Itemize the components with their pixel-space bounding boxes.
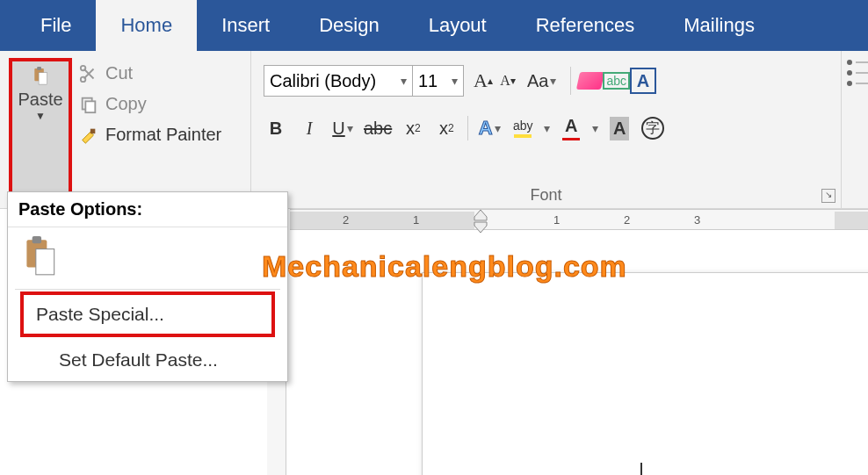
ribbon: Paste ▼ Cut Copy Format Painter Calibri … — [0, 51, 868, 209]
clipboard-small-icon — [20, 236, 59, 278]
paste-dropdown-arrow[interactable]: ▼ — [35, 110, 46, 122]
set-default-paste-item[interactable]: Set Default Paste... — [8, 339, 287, 381]
ribbon-tabbar: File Home Insert Design Layout Reference… — [0, 0, 868, 51]
copy-icon — [79, 95, 98, 114]
cut-button[interactable]: Cut — [79, 63, 221, 83]
watermark-text: Mechanicalengblog.com — [262, 249, 627, 284]
font-dialog-launcher[interactable]: ↘ — [821, 189, 835, 203]
underline-button[interactable]: U▾ — [330, 116, 355, 140]
box-a-icon: A — [630, 68, 656, 94]
change-case-button[interactable]: Aa▾ — [527, 68, 556, 93]
format-painter-label: Format Painter — [105, 125, 221, 145]
font-name-combo[interactable]: Calibri (Body)▾ — [264, 65, 413, 97]
svg-rect-1 — [37, 67, 41, 70]
svg-marker-12 — [474, 222, 487, 233]
text-cursor — [640, 463, 642, 475]
character-border-button[interactable]: A — [630, 68, 656, 93]
cut-label: Cut — [105, 63, 133, 83]
svg-rect-2 — [39, 73, 47, 84]
paste-button[interactable]: Paste ▼ — [9, 58, 72, 205]
font-group: Calibri (Body)▾ 11▾ A▴ A▾ Aa▾ A B I U▾ a… — [251, 51, 842, 208]
grow-font-button[interactable]: A▴ — [471, 68, 495, 93]
svg-marker-11 — [474, 210, 487, 220]
horizontal-ruler[interactable]: 2 1 1 2 3 — [290, 209, 868, 230]
clipboard-icon — [31, 67, 50, 86]
svg-rect-6 — [85, 101, 95, 112]
tab-mailings[interactable]: Mailings — [659, 0, 779, 51]
copy-button[interactable]: Copy — [79, 94, 221, 114]
chevron-down-icon: ▾ — [452, 74, 458, 88]
format-painter-button[interactable]: Format Painter — [79, 125, 221, 145]
highlight-button[interactable]: aby — [510, 116, 535, 140]
clipboard-group: Paste ▼ Cut Copy Format Painter — [0, 51, 251, 208]
paste-label: Paste — [18, 90, 62, 110]
scissors-icon — [79, 64, 98, 83]
font-name-value: Calibri (Body) — [270, 71, 376, 91]
bold-button[interactable]: B — [264, 116, 288, 140]
shrink-font-button[interactable]: A▾ — [495, 68, 520, 93]
chevron-down-icon: ▾ — [401, 74, 407, 88]
tab-references[interactable]: References — [511, 0, 660, 51]
clear-formatting-button[interactable] — [578, 68, 603, 93]
superscript-button[interactable]: x2 — [434, 116, 459, 140]
enclose-characters-button[interactable]: 字 — [640, 116, 665, 140]
text-effects-button[interactable]: A▾ — [477, 116, 502, 140]
tab-insert[interactable]: Insert — [197, 0, 294, 51]
svg-rect-10 — [36, 249, 54, 275]
font-color-button[interactable]: A — [559, 116, 583, 140]
paste-options-header: Paste Options: — [8, 192, 287, 227]
indent-marker-icon[interactable] — [473, 208, 488, 233]
abc-icon — [603, 72, 630, 90]
paste-special-label: Paste Special... — [36, 304, 164, 324]
svg-rect-7 — [90, 128, 96, 133]
subscript-button[interactable]: x2 — [401, 116, 425, 140]
tab-home[interactable]: Home — [96, 0, 197, 51]
tab-layout[interactable]: Layout — [404, 0, 511, 51]
paintbrush-icon — [79, 126, 98, 145]
set-default-paste-label: Set Default Paste... — [59, 349, 218, 370]
paste-dropdown: Paste Options: Paste Special... Set Defa… — [7, 191, 288, 382]
italic-button[interactable]: I — [297, 116, 322, 140]
bullets-button[interactable] — [847, 60, 868, 208]
eraser-icon — [576, 72, 604, 90]
document-page[interactable] — [422, 272, 868, 475]
copy-label: Copy — [105, 94, 147, 114]
tab-design[interactable]: Design — [294, 0, 403, 51]
paste-option-keep-source[interactable] — [8, 227, 287, 287]
phonetic-guide-button[interactable] — [603, 68, 630, 93]
svg-rect-9 — [33, 236, 41, 243]
character-shading-button[interactable]: A — [607, 116, 632, 140]
svg-point-4 — [81, 76, 86, 82]
font-group-label: Font — [251, 186, 841, 205]
paste-special-item[interactable]: Paste Special... — [20, 291, 275, 337]
tab-file[interactable]: File — [16, 0, 96, 51]
font-size-combo[interactable]: 11▾ — [413, 65, 464, 97]
svg-point-3 — [81, 65, 86, 70]
font-size-value: 11 — [418, 71, 438, 91]
strikethrough-button[interactable]: abc — [364, 116, 392, 140]
